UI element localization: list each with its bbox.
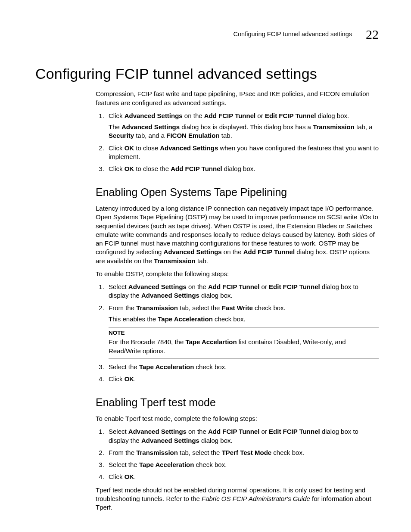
list-item: Click OK to close Advanced Settings when… [106,144,379,162]
page-title: Configuring FCIP tunnel advanced setting… [35,64,379,84]
list-item: From the Transmission tab, select the Fa… [106,304,379,358]
list-item: Select the Tape Acceleration check box. [106,460,379,469]
list-item: Click OK. [106,375,379,383]
section-heading-ostp: Enabling Open Systems Tape Pipelining [96,185,379,200]
tperf-steps-list: Select Advanced Settings on the Add FCIP… [96,427,379,481]
note-label: NOTE [109,329,379,337]
page: Configuring FCIP tunnel advanced setting… [0,0,411,532]
list-item: Select Advanced Settings on the Add FCIP… [106,283,379,300]
list-item: From the Transmission tab, select the TP… [106,448,379,457]
note-box: NOTE For the Brocade 7840, the Tape Acce… [109,327,379,358]
intro-steps-list: Click Advanced Settings on the Add FCIP … [96,112,379,174]
running-title: Configuring FCIP tunnel advanced setting… [234,31,352,37]
list-item: Select the Tape Acceleration check box. [106,363,379,371]
tperf-closing: Tperf test mode should not be enabled du… [96,486,379,512]
content-body: Compression, FCIP fast write and tape pi… [96,90,379,512]
list-item: Click OK. [106,473,379,481]
step-subtext: This enables the Tape Acceleration check… [109,315,379,324]
ostp-steps-list: Select Advanced Settings on the Add FCIP… [96,283,379,383]
section-heading-tperf: Enabling Tperf test mode [96,395,379,410]
step-subtext: The Advanced Settings dialog box is disp… [109,123,379,140]
chapter-number: 22 [354,27,379,41]
list-item: Select Advanced Settings on the Add FCIP… [106,427,379,445]
tperf-lead: To enable Tperf test mode, complete the … [96,414,379,423]
intro-paragraph: Compression, FCIP fast write and tape pi… [96,90,379,107]
ostp-lead: To enable OSTP, complete the following s… [96,270,379,278]
ostp-paragraph: Latency introduced by a long distance IP… [96,204,379,265]
list-item: Click OK to close the Add FCIP Tunnel di… [106,165,379,173]
list-item: Click Advanced Settings on the Add FCIP … [106,112,379,140]
running-header: Configuring FCIP tunnel advanced setting… [35,26,379,44]
